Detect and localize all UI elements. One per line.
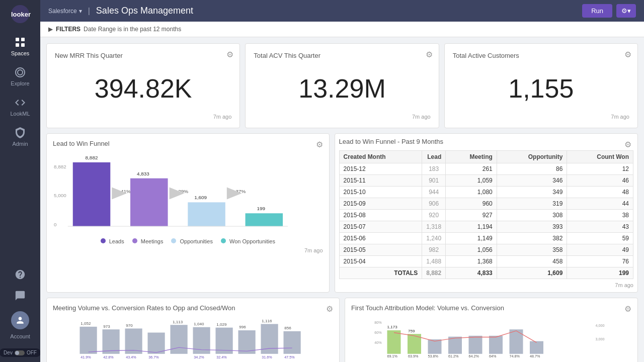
svg-text:856: 856: [284, 326, 291, 330]
sidebar-item-lookml[interactable]: LookML: [0, 92, 40, 122]
table-row: 2015-07 1,318 1,194 393 43: [339, 221, 633, 233]
table-row: 2015-04 1,488 1,368 458 76: [339, 256, 633, 267]
svg-text:61.2%: 61.2%: [448, 354, 459, 358]
svg-text:3,000: 3,000: [596, 337, 605, 341]
salesforce-badge[interactable]: Salesforce ▾: [48, 8, 82, 15]
svg-text:199: 199: [257, 206, 265, 211]
svg-text:970: 970: [126, 323, 133, 328]
cell-opp: 393: [497, 221, 567, 233]
legend-meetings: Meetings: [132, 238, 164, 244]
cell-totals-won: 199: [567, 267, 633, 279]
svg-rect-20: [148, 333, 165, 354]
funnel-table-settings[interactable]: ⚙: [624, 140, 631, 149]
cell-lead: 183: [422, 163, 446, 175]
avatar: [11, 311, 29, 329]
topbar-left: Salesforce ▾ | Sales Ops Management: [48, 6, 193, 16]
dashboard: New MRR This Quarter 394.82K 7m ago ⚙ To…: [40, 37, 644, 362]
cell-won: 59: [567, 233, 633, 244]
cell-opp: 358: [497, 244, 567, 256]
bar-leads: [73, 162, 111, 226]
cell-month: 2015-06: [339, 233, 422, 244]
cell-opp: 346: [497, 175, 567, 187]
cell-opp: 86: [497, 163, 567, 175]
kpi-settings-customers[interactable]: ⚙: [624, 50, 631, 59]
kpi-value-customers: 1,155: [453, 63, 629, 114]
sidebar-item-help[interactable]: [0, 264, 40, 285]
legend-label-leads: Leads: [109, 238, 124, 244]
toggle-label: OFF: [27, 350, 37, 355]
legend-label-won: Won Opportunities: [229, 238, 275, 244]
svg-rect-2: [16, 38, 19, 41]
cell-month: 2015-12: [339, 163, 422, 175]
svg-text:1,040: 1,040: [194, 322, 204, 326]
svg-rect-51: [469, 336, 482, 354]
funnel-chart-settings[interactable]: ⚙: [316, 140, 323, 149]
filter-text: Date Range is in the past 12 months: [84, 26, 181, 33]
settings-button[interactable]: ⚙ ▾: [616, 4, 636, 18]
filter-label: FILTERS: [56, 26, 80, 33]
svg-rect-5: [21, 43, 25, 47]
kpi-card-acv: Total ACV This Quarter 13.29M 7m ago ⚙: [245, 43, 439, 128]
svg-text:69.1%: 69.1%: [387, 354, 398, 358]
svg-rect-49: [428, 339, 442, 354]
logo[interactable]: looker: [9, 5, 32, 25]
table-row: 2015-06 1,240 1,149 382 59: [339, 233, 633, 244]
svg-rect-3: [21, 38, 25, 41]
svg-text:42.8%: 42.8%: [103, 355, 114, 359]
svg-text:1,116: 1,116: [262, 319, 272, 323]
svg-text:1,173: 1,173: [387, 325, 398, 329]
svg-rect-26: [284, 331, 301, 354]
run-button[interactable]: Run: [582, 4, 612, 18]
cell-totals-label: TOTALS: [339, 267, 422, 279]
cell-lead: 982: [422, 244, 446, 256]
cell-lead: 1,488: [422, 256, 446, 267]
col-lead: Lead: [422, 151, 446, 163]
cell-meeting: 261: [446, 163, 497, 175]
meeting-chart-settings[interactable]: ⚙: [326, 304, 333, 314]
cell-won: 76: [567, 256, 633, 267]
cell-opp: 319: [497, 198, 567, 210]
svg-rect-4: [16, 43, 19, 47]
table-row: 2015-05 982 1,056 358 49: [339, 244, 633, 256]
sidebar-item-admin[interactable]: Admin: [0, 122, 40, 152]
cell-month: 2015-07: [339, 221, 422, 233]
funnel-table-card: Lead to Win Funnel - Past 9 Months ⚙ Cre…: [335, 133, 638, 293]
svg-text:looker: looker: [11, 11, 31, 18]
sidebar-item-spaces[interactable]: Spaces: [0, 31, 40, 61]
sidebar-item-lookml-label: LookML: [10, 111, 30, 117]
svg-text:64.2%: 64.2%: [469, 354, 479, 358]
cell-won: 48: [567, 187, 633, 198]
toggle-dot[interactable]: [15, 350, 25, 355]
svg-text:4,000: 4,000: [596, 323, 605, 328]
filter-bar: ▶ FILTERS Date Range is in the past 12 m…: [40, 22, 644, 37]
kpi-value-mrr: 394.82K: [55, 63, 231, 114]
sidebar-item-chat[interactable]: [0, 285, 40, 306]
attribution-chart-settings[interactable]: ⚙: [624, 304, 631, 314]
topbar: Salesforce ▾ | Sales Ops Management Run …: [40, 0, 644, 22]
svg-text:48.7%: 48.7%: [530, 354, 540, 358]
legend-label-opps: Opportunities: [180, 238, 213, 244]
sidebar-item-admin-label: Admin: [12, 141, 28, 147]
kpi-settings-mrr[interactable]: ⚙: [226, 50, 233, 59]
svg-text:36.7%: 36.7%: [148, 355, 159, 359]
cell-opp: 382: [497, 233, 567, 244]
cell-meeting: 1,056: [446, 244, 497, 256]
table-row: 2015-11 901 1,059 346 46: [339, 175, 633, 187]
kpi-settings-acv[interactable]: ⚙: [426, 50, 433, 59]
cell-totals-lead: 8,882: [422, 267, 446, 279]
sidebar-item-account[interactable]: Account: [0, 306, 40, 344]
cell-month: 2015-11: [339, 175, 422, 187]
funnel-chart-card: Lead to Win Funnel ⚙ 8,882 5,000 0 8,882…: [46, 133, 330, 293]
filter-toggle-icon[interactable]: ▶: [48, 26, 53, 33]
svg-text:31.6%: 31.6%: [262, 355, 272, 359]
table-row: 2015-09 906 960 319 44: [339, 198, 633, 210]
kpi-time-acv: 7m ago: [254, 114, 430, 120]
svg-rect-52: [489, 336, 503, 354]
svg-text:60%: 60%: [374, 330, 382, 335]
funnel-table: Created Month Lead Meeting Opportunity C…: [339, 150, 633, 279]
legend-opps: Opportunities: [171, 238, 213, 244]
dev-toggle[interactable]: Dev OFF: [0, 348, 41, 357]
legend-dot-won: [221, 238, 226, 243]
sidebar-item-explore[interactable]: Explore: [0, 61, 40, 92]
sidebar-item-spaces-label: Spaces: [11, 50, 30, 56]
